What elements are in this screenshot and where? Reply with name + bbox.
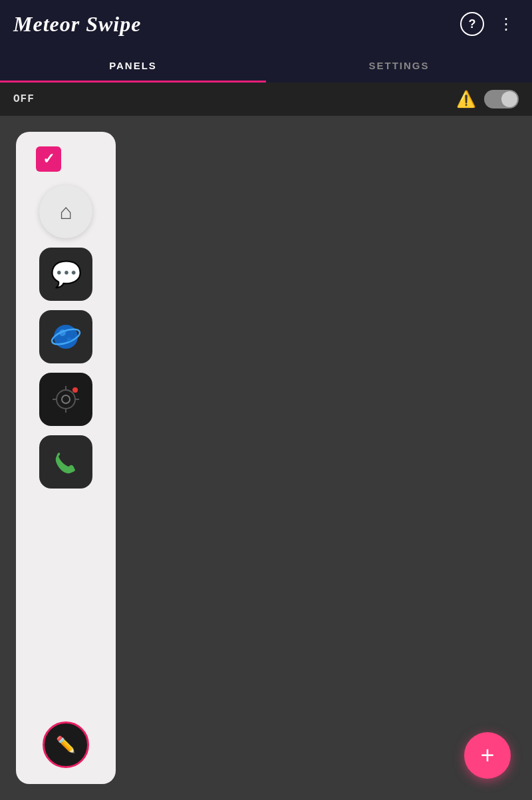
help-button[interactable]: ?	[460, 12, 484, 36]
svg-point-3	[67, 337, 71, 341]
camera-icon	[50, 383, 82, 415]
main-content: ✓ ⌂ 💬	[0, 116, 532, 800]
tab-settings[interactable]: SETTINGS	[266, 48, 532, 83]
app-title: Meteor Swipe	[13, 12, 141, 37]
header-actions: ? ⋮	[460, 12, 519, 36]
svg-point-10	[72, 387, 78, 393]
svg-point-5	[62, 395, 70, 403]
app-icon-browser[interactable]	[39, 310, 92, 363]
status-bar: OFF ⚠️	[0, 83, 532, 116]
more-options-button[interactable]: ⋮	[495, 12, 519, 36]
home-icon: ⌂	[59, 200, 72, 224]
app-icon-camera[interactable]	[39, 373, 92, 426]
panel-checkbox[interactable]: ✓	[32, 142, 65, 176]
messenger-icon: 💬	[51, 260, 82, 289]
app-icon-phone[interactable]	[39, 435, 92, 489]
planet-icon	[50, 321, 82, 353]
home-button[interactable]: ⌂	[39, 185, 92, 238]
enable-toggle[interactable]	[484, 90, 519, 108]
toggle-knob	[501, 91, 517, 107]
status-controls: ⚠️	[456, 90, 519, 108]
pencil-icon: ✏️	[56, 735, 76, 754]
svg-point-0	[54, 325, 78, 349]
checkbox-inner: ✓	[36, 146, 61, 172]
header: Meteor Swipe ? ⋮	[0, 0, 532, 48]
warning-icon: ⚠️	[456, 90, 476, 108]
tab-panels[interactable]: PANELS	[0, 48, 266, 83]
panel-card: ✓ ⌂ 💬	[16, 132, 116, 784]
checkmark-icon: ✓	[43, 150, 55, 168]
edit-button[interactable]: ✏️	[43, 721, 89, 768]
plus-icon: +	[480, 741, 494, 769]
status-text: OFF	[13, 93, 35, 105]
svg-point-4	[57, 390, 75, 409]
svg-point-2	[59, 329, 66, 336]
tab-bar: PANELS SETTINGS	[0, 48, 532, 83]
phone-icon	[50, 446, 82, 478]
add-fab-button[interactable]: +	[464, 732, 511, 779]
svg-rect-11	[50, 446, 82, 478]
app-icon-messenger[interactable]: 💬	[39, 248, 92, 301]
